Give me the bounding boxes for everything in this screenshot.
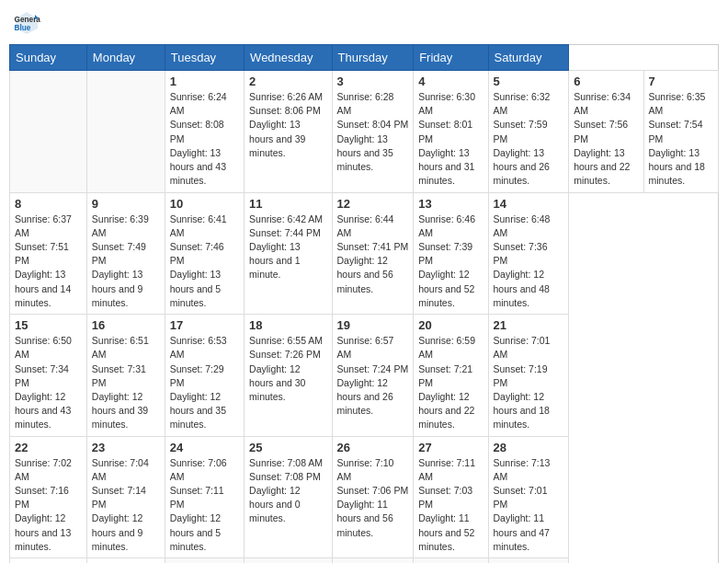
- svg-text:Blue: Blue: [15, 24, 31, 32]
- calendar-cell: 26Sunrise: 7:10 AMSunset: 7:06 PMDayligh…: [332, 436, 414, 558]
- day-info: Sunrise: 7:04 AMSunset: 7:14 PMDaylight:…: [92, 456, 160, 555]
- day-number: 9: [92, 197, 160, 211]
- day-number: 3: [337, 75, 409, 88]
- day-info: Sunrise: 6:34 AMSunset: 7:56 PMDaylight:…: [574, 90, 638, 189]
- calendar-table: SundayMondayTuesdayWednesdayThursdayFrid…: [9, 44, 719, 563]
- calendar-cell: [10, 71, 87, 193]
- calendar-cell: [488, 558, 569, 563]
- day-info: Sunrise: 7:08 AMSunset: 7:08 PMDaylight:…: [249, 456, 326, 526]
- day-number: 7: [649, 75, 713, 88]
- day-info: Sunrise: 6:42 AMSunset: 7:44 PMDaylight:…: [249, 213, 326, 282]
- day-info: Sunrise: 6:48 AMSunset: 7:36 PMDaylight:…: [494, 213, 564, 311]
- day-info: Sunrise: 6:35 AMSunset: 7:54 PMDaylight:…: [649, 90, 713, 189]
- column-header-saturday: Saturday: [488, 45, 569, 71]
- day-number: 26: [337, 441, 409, 454]
- week-row-2: 8Sunrise: 6:37 AMSunset: 7:51 PMDaylight…: [10, 192, 719, 315]
- day-number: 22: [15, 441, 82, 454]
- column-header-friday: Friday: [414, 45, 488, 71]
- day-info: Sunrise: 6:57 AMSunset: 7:24 PMDaylight:…: [337, 334, 409, 418]
- day-number: 5: [494, 75, 564, 88]
- calendar-cell: 11Sunrise: 6:42 AMSunset: 7:44 PMDayligh…: [245, 192, 332, 315]
- column-header-tuesday: Tuesday: [165, 45, 244, 71]
- week-row-5: 29Sunrise: 7:15 AMSunset: 6:58 PMDayligh…: [10, 558, 719, 563]
- day-info: Sunrise: 6:28 AMSunset: 8:04 PMDaylight:…: [337, 90, 409, 174]
- day-number: 23: [92, 441, 160, 454]
- calendar-cell: 14Sunrise: 6:48 AMSunset: 7:36 PMDayligh…: [488, 192, 569, 315]
- day-number: 28: [494, 441, 564, 454]
- calendar-cell: [332, 558, 414, 563]
- header-row: SundayMondayTuesdayWednesdayThursdayFrid…: [10, 45, 719, 71]
- calendar-cell: 1Sunrise: 6:24 AMSunset: 8:08 PMDaylight…: [165, 71, 244, 193]
- week-row-1: 1Sunrise: 6:24 AMSunset: 8:08 PMDaylight…: [10, 71, 719, 193]
- calendar-cell: 10Sunrise: 6:41 AMSunset: 7:46 PMDayligh…: [165, 192, 244, 315]
- day-info: Sunrise: 6:24 AMSunset: 8:08 PMDaylight:…: [170, 90, 239, 189]
- day-number: 15: [15, 318, 82, 332]
- calendar-cell: [414, 558, 488, 563]
- calendar-cell: 20Sunrise: 6:59 AMSunset: 7:21 PMDayligh…: [414, 315, 488, 437]
- day-number: 19: [337, 318, 409, 332]
- day-info: Sunrise: 7:06 AMSunset: 7:11 PMDaylight:…: [170, 456, 239, 555]
- day-number: 16: [92, 318, 160, 332]
- calendar-cell: 7Sunrise: 6:35 AMSunset: 7:54 PMDaylight…: [643, 71, 718, 193]
- column-header-sunday: Sunday: [10, 45, 87, 71]
- day-info: Sunrise: 6:44 AMSunset: 7:41 PMDaylight:…: [337, 213, 409, 296]
- day-info: Sunrise: 7:11 AMSunset: 7:03 PMDaylight:…: [418, 456, 483, 555]
- day-number: 24: [170, 441, 239, 454]
- day-info: Sunrise: 6:32 AMSunset: 7:59 PMDaylight:…: [494, 90, 564, 189]
- day-info: Sunrise: 6:51 AMSunset: 7:31 PMDaylight:…: [92, 334, 160, 432]
- calendar-cell: 17Sunrise: 6:53 AMSunset: 7:29 PMDayligh…: [165, 315, 244, 437]
- calendar-cell: 6Sunrise: 6:34 AMSunset: 7:56 PMDaylight…: [569, 71, 643, 193]
- calendar-cell: 25Sunrise: 7:08 AMSunset: 7:08 PMDayligh…: [245, 436, 332, 558]
- day-info: Sunrise: 6:39 AMSunset: 7:49 PMDaylight:…: [92, 213, 160, 311]
- calendar-cell: 24Sunrise: 7:06 AMSunset: 7:11 PMDayligh…: [165, 436, 244, 558]
- day-info: Sunrise: 7:13 AMSunset: 7:01 PMDaylight:…: [494, 456, 564, 555]
- calendar-cell: [165, 558, 244, 563]
- week-row-4: 22Sunrise: 7:02 AMSunset: 7:16 PMDayligh…: [10, 436, 719, 558]
- calendar-cell: 3Sunrise: 6:28 AMSunset: 8:04 PMDaylight…: [332, 71, 414, 193]
- day-number: 11: [249, 197, 326, 211]
- calendar-cell: 22Sunrise: 7:02 AMSunset: 7:16 PMDayligh…: [10, 436, 87, 558]
- day-number: 6: [574, 75, 638, 88]
- calendar-cell: 21Sunrise: 7:01 AMSunset: 7:19 PMDayligh…: [488, 315, 569, 437]
- day-number: 1: [170, 75, 239, 88]
- day-info: Sunrise: 6:50 AMSunset: 7:34 PMDaylight:…: [15, 334, 82, 432]
- calendar-cell: 9Sunrise: 6:39 AMSunset: 7:49 PMDaylight…: [86, 192, 165, 315]
- calendar-cell: 23Sunrise: 7:04 AMSunset: 7:14 PMDayligh…: [86, 436, 165, 558]
- logo: General Blue: [13, 9, 44, 37]
- day-number: 20: [418, 318, 483, 332]
- day-number: 13: [418, 197, 483, 211]
- week-row-3: 15Sunrise: 6:50 AMSunset: 7:34 PMDayligh…: [10, 315, 719, 437]
- day-number: 27: [418, 441, 483, 454]
- day-info: Sunrise: 7:01 AMSunset: 7:19 PMDaylight:…: [494, 334, 564, 432]
- calendar-cell: [86, 71, 165, 193]
- calendar-cell: 2Sunrise: 6:26 AMSunset: 8:06 PMDaylight…: [245, 71, 332, 193]
- calendar-cell: 13Sunrise: 6:46 AMSunset: 7:39 PMDayligh…: [414, 192, 488, 315]
- calendar-cell: 15Sunrise: 6:50 AMSunset: 7:34 PMDayligh…: [10, 315, 87, 437]
- page-header: General Blue: [9, 9, 719, 37]
- day-info: Sunrise: 6:53 AMSunset: 7:29 PMDaylight:…: [170, 334, 239, 432]
- calendar-cell: 19Sunrise: 6:57 AMSunset: 7:24 PMDayligh…: [332, 315, 414, 437]
- day-number: 21: [494, 318, 564, 332]
- calendar-cell: 12Sunrise: 6:44 AMSunset: 7:41 PMDayligh…: [332, 192, 414, 315]
- day-number: 25: [249, 441, 326, 454]
- day-number: 2: [249, 75, 326, 88]
- day-number: 8: [15, 197, 82, 211]
- day-info: Sunrise: 6:55 AMSunset: 7:26 PMDaylight:…: [249, 334, 326, 404]
- day-number: 18: [249, 318, 326, 332]
- day-info: Sunrise: 6:30 AMSunset: 8:01 PMDaylight:…: [418, 90, 483, 189]
- calendar-cell: 8Sunrise: 6:37 AMSunset: 7:51 PMDaylight…: [10, 192, 87, 315]
- calendar-cell: 18Sunrise: 6:55 AMSunset: 7:26 PMDayligh…: [245, 315, 332, 437]
- column-header-wednesday: Wednesday: [245, 45, 332, 71]
- day-info: Sunrise: 6:26 AMSunset: 8:06 PMDaylight:…: [249, 90, 326, 160]
- calendar-cell: 29Sunrise: 7:15 AMSunset: 6:58 PMDayligh…: [10, 558, 87, 563]
- calendar-cell: 4Sunrise: 6:30 AMSunset: 8:01 PMDaylight…: [414, 71, 488, 193]
- calendar-cell: 28Sunrise: 7:13 AMSunset: 7:01 PMDayligh…: [488, 436, 569, 558]
- day-number: 12: [337, 197, 409, 211]
- day-number: 17: [170, 318, 239, 332]
- calendar-cell: [245, 558, 332, 563]
- day-info: Sunrise: 7:10 AMSunset: 7:06 PMDaylight:…: [337, 456, 409, 540]
- day-info: Sunrise: 6:46 AMSunset: 7:39 PMDaylight:…: [418, 213, 483, 311]
- day-info: Sunrise: 6:37 AMSunset: 7:51 PMDaylight:…: [15, 213, 82, 311]
- calendar-cell: 30Sunrise: 7:17 AMSunset: 6:56 PMDayligh…: [86, 558, 165, 563]
- logo-icon: General Blue: [13, 9, 40, 37]
